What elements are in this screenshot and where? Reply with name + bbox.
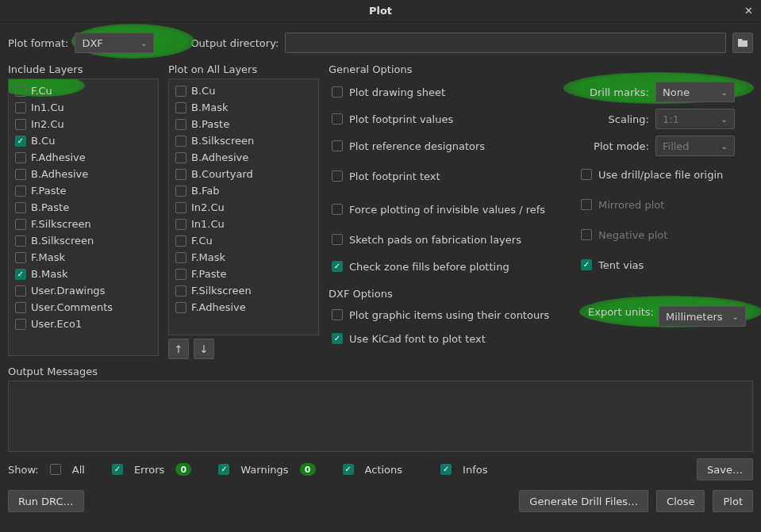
tent_vias-checkbox[interactable] (581, 259, 592, 270)
drill-marks-select[interactable]: None ⌄ (655, 82, 735, 102)
layer-item[interactable]: B.Fab (171, 182, 317, 199)
close-button[interactable]: Close (656, 490, 705, 512)
output-messages-area[interactable] (8, 381, 753, 452)
plot-all-layers-panel: Plot on All Layers B.CuB.MaskB.PasteB.Si… (168, 63, 319, 359)
layer-checkbox[interactable] (175, 119, 186, 130)
layer-checkbox[interactable] (15, 235, 26, 247)
output-dir-input[interactable] (285, 33, 726, 53)
layer-checkbox[interactable] (175, 235, 186, 247)
layer-item[interactable]: F.Mask (171, 249, 317, 266)
layer-checkbox[interactable] (15, 219, 26, 230)
check_zone_fills-checkbox[interactable] (332, 261, 343, 272)
use_drill_origin-checkbox[interactable] (581, 169, 592, 180)
layer-item[interactable]: In1.Cu (171, 216, 317, 232)
layer-checkbox[interactable] (175, 219, 186, 230)
layer-checkbox[interactable] (15, 152, 26, 163)
plot-format-select[interactable]: DXF ⌄ (75, 33, 154, 53)
close-icon[interactable]: ✕ (744, 5, 753, 17)
layer-checkbox[interactable] (15, 269, 26, 280)
layer-item[interactable]: F.Cu (10, 82, 156, 99)
layer-checkbox[interactable] (15, 319, 26, 330)
layer-item[interactable]: F.Cu (171, 232, 317, 249)
layer-checkbox[interactable] (15, 86, 26, 97)
layer-item[interactable]: User.Comments (10, 299, 156, 316)
layer-item[interactable]: B.Mask (171, 99, 317, 116)
plot_reference_designators-checkbox[interactable] (332, 140, 343, 151)
layer-checkbox[interactable] (175, 186, 186, 197)
save-button[interactable]: Save… (697, 458, 753, 480)
option-row: Check zone fills before plotting (329, 253, 575, 280)
layer-checkbox[interactable] (15, 285, 26, 297)
layer-checkbox[interactable] (15, 252, 26, 263)
layer-label: In1.Cu (191, 218, 225, 230)
layer-item[interactable]: In2.Cu (10, 116, 156, 132)
layer-item[interactable]: In1.Cu (10, 99, 156, 116)
layer-item[interactable]: B.Silkscreen (10, 232, 156, 249)
layer-checkbox[interactable] (175, 202, 186, 213)
layer-item[interactable]: B.Mask (10, 266, 156, 282)
layer-item[interactable]: B.Cu (171, 82, 317, 99)
layer-checkbox[interactable] (175, 136, 186, 147)
force_invisible-checkbox[interactable] (332, 204, 343, 215)
folder-browse-button[interactable] (732, 33, 753, 53)
export-units-select[interactable]: Millimeters ⌄ (659, 306, 746, 327)
use_kicad_font-checkbox[interactable] (332, 333, 343, 344)
layer-item[interactable]: B.Adhesive (10, 166, 156, 182)
show-infos-checkbox[interactable] (440, 464, 452, 475)
layer-item[interactable]: B.Courtyard (171, 166, 317, 182)
show-all-checkbox[interactable] (50, 464, 61, 475)
layer-item[interactable]: User.Eco1 (10, 316, 156, 332)
layer-checkbox[interactable] (15, 186, 26, 197)
layer-item[interactable]: B.Silkscreen (171, 132, 317, 149)
layer-checkbox[interactable] (15, 136, 26, 147)
layer-label: In1.Cu (31, 101, 64, 113)
layer-checkbox[interactable] (175, 86, 186, 97)
move-down-button[interactable]: ↓ (194, 339, 214, 359)
layer-checkbox[interactable] (175, 269, 186, 280)
layer-item[interactable]: B.Adhesive (171, 149, 317, 166)
layer-item[interactable]: F.Silkscreen (10, 216, 156, 232)
layer-checkbox[interactable] (175, 102, 186, 113)
layer-checkbox[interactable] (175, 252, 186, 263)
show-warnings-checkbox[interactable] (218, 464, 229, 475)
layer-item[interactable]: F.Paste (10, 182, 156, 199)
layer-label: F.Mask (191, 251, 225, 263)
layer-checkbox[interactable] (175, 302, 186, 313)
plot_graphic_contours-checkbox[interactable] (332, 309, 343, 320)
plot_footprint_text-checkbox[interactable] (332, 170, 343, 182)
options-panel: General Options Plot drawing sheetPlot f… (329, 63, 760, 359)
layer-item[interactable]: B.Paste (10, 199, 156, 216)
plot-button[interactable]: Plot (713, 490, 753, 512)
layer-checkbox[interactable] (15, 202, 26, 213)
layer-checkbox[interactable] (15, 302, 26, 313)
show-errors-checkbox[interactable] (112, 464, 123, 475)
layer-item[interactable]: F.Silkscreen (171, 282, 317, 299)
layer-item[interactable]: In2.Cu (171, 199, 317, 216)
layer-label: User.Drawings (31, 285, 105, 297)
show-actions-checkbox[interactable] (343, 464, 354, 475)
layer-checkbox[interactable] (15, 119, 26, 130)
layer-item[interactable]: User.Drawings (10, 282, 156, 299)
run-drc-button[interactable]: Run DRC… (8, 490, 84, 512)
layer-checkbox[interactable] (15, 169, 26, 180)
plot_drawing_sheet-checkbox[interactable] (332, 86, 343, 98)
layer-checkbox[interactable] (175, 169, 186, 180)
layer-checkbox[interactable] (175, 152, 186, 163)
layer-item[interactable]: F.Adhesive (171, 299, 317, 316)
layer-checkbox[interactable] (175, 285, 186, 297)
option-row: Plot graphic items using their contours (329, 303, 575, 327)
plot_footprint_values-checkbox[interactable] (332, 113, 343, 124)
layer-item[interactable]: F.Adhesive (10, 149, 156, 166)
plot-all-layers-list[interactable]: B.CuB.MaskB.PasteB.SilkscreenB.AdhesiveB… (168, 78, 319, 335)
layer-item[interactable]: F.Paste (171, 266, 317, 282)
move-up-button[interactable]: ↑ (168, 339, 189, 359)
include-layers-list[interactable]: F.CuIn1.CuIn2.CuB.CuF.AdhesiveB.Adhesive… (8, 78, 159, 356)
layer-checkbox[interactable] (15, 102, 26, 113)
sketch_pads-checkbox[interactable] (332, 234, 343, 245)
generate-drill-files-button[interactable]: Generate Drill Files… (519, 490, 648, 512)
layer-item[interactable]: F.Mask (10, 249, 156, 266)
layer-item[interactable]: B.Paste (171, 116, 317, 132)
layer-label: F.Mask (31, 251, 65, 263)
layer-item[interactable]: B.Cu (10, 132, 156, 149)
include-layers-label: Include Layers (8, 63, 159, 75)
